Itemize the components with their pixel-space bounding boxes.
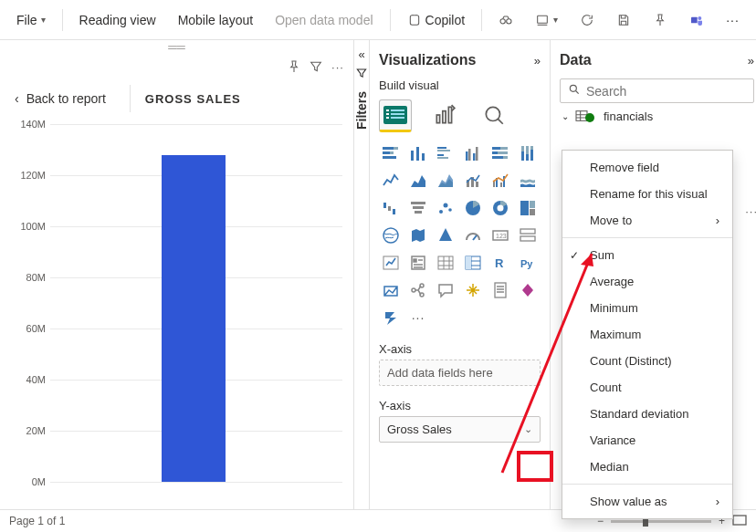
copilot-button[interactable]: Copilot [398, 7, 475, 33]
ctx-count[interactable]: Count [562, 374, 732, 401]
ctx-sum[interactable]: ✓Sum [562, 242, 732, 268]
svg-rect-84 [495, 283, 506, 297]
card-drag-handle[interactable]: ══ [0, 40, 353, 53]
line-clustered-column-icon[interactable] [488, 169, 512, 193]
pane-overflow[interactable]: ··· [745, 204, 756, 218]
power-automate-icon[interactable] [379, 306, 403, 329]
line-chart-icon[interactable] [379, 169, 403, 193]
area-chart-icon[interactable] [406, 169, 430, 193]
decomposition-tree-icon[interactable] [406, 278, 430, 302]
chart-bar[interactable] [162, 155, 226, 482]
key-influencers-icon[interactable] [379, 278, 403, 302]
azure-map-icon[interactable] [434, 224, 457, 247]
analytics-tab[interactable] [478, 99, 510, 132]
hundred-stacked-column-icon[interactable] [516, 141, 540, 165]
ctx-average[interactable]: Average [562, 268, 732, 295]
ctx-median[interactable]: Median [562, 454, 732, 480]
waterfall-icon[interactable] [379, 196, 403, 220]
ctx-count-distinct[interactable]: Count (Distinct) [562, 348, 732, 374]
slicer-icon[interactable] [406, 251, 430, 275]
filter-icon[interactable] [308, 58, 324, 75]
ctx-variance[interactable]: Variance [562, 427, 732, 454]
binoculars-icon [499, 13, 513, 27]
pie-icon[interactable] [461, 196, 485, 220]
kpi-icon[interactable] [379, 251, 403, 275]
ctx-remove-field[interactable]: Remove field [562, 154, 732, 181]
qa-visual-icon[interactable] [434, 278, 457, 302]
get-more-visuals[interactable]: ··· [406, 306, 430, 329]
back-to-report-link[interactable]: ‹ Back to report [0, 80, 121, 117]
collapse-icon[interactable]: » [534, 54, 541, 68]
power-apps-icon[interactable] [516, 278, 540, 302]
matrix-icon[interactable] [461, 251, 485, 275]
x-axis-well[interactable]: Add data fields here [379, 360, 541, 386]
copilot-label: Copilot [425, 13, 466, 27]
card-more-icon[interactable]: ··· [330, 58, 346, 75]
funnel-icon[interactable] [406, 196, 430, 220]
y-axis-well[interactable]: Gross Sales ⌄ [379, 416, 541, 443]
data-search[interactable] [560, 78, 754, 103]
gauge-icon[interactable] [461, 224, 485, 247]
svg-rect-36 [498, 151, 508, 154]
clustered-bar-icon[interactable] [434, 141, 457, 165]
scatter-icon[interactable] [434, 196, 457, 220]
stacked-column-icon[interactable] [406, 141, 430, 165]
treemap-icon[interactable] [516, 196, 540, 220]
visualizations-title: Visualizations [379, 52, 476, 68]
zoom-slider[interactable] [611, 520, 711, 523]
py-visual-icon[interactable]: Py [516, 251, 540, 275]
donut-icon[interactable] [488, 196, 512, 220]
ctx-move-to[interactable]: Move to› [562, 207, 732, 234]
table-financials[interactable]: ⌄ financials [560, 103, 754, 129]
ctx-show-value-as[interactable]: Show value as› [562, 488, 732, 515]
filters-pane-collapsed[interactable]: « Filters [354, 40, 370, 509]
pin-icon [653, 13, 667, 27]
ctx-minimum[interactable]: Minimum [562, 295, 732, 321]
svg-rect-10 [391, 110, 404, 111]
toolbar-overflow[interactable]: ··· [717, 7, 749, 33]
chevron-down-icon[interactable]: ⌄ [524, 423, 532, 435]
check-icon: ✓ [570, 249, 579, 262]
ctx-stdev[interactable]: Standard deviation [562, 401, 732, 427]
teams-button[interactable] [680, 7, 713, 33]
svg-rect-23 [416, 147, 419, 161]
multi-row-card-icon[interactable] [516, 224, 540, 247]
mobile-layout-button[interactable]: Mobile layout [169, 7, 263, 33]
reading-view-button[interactable]: Reading view [70, 7, 165, 33]
menu-separator [562, 237, 732, 238]
svg-point-85 [570, 85, 576, 91]
fit-to-page-button[interactable] [732, 515, 747, 528]
file-menu[interactable]: File ▾ [7, 7, 55, 33]
back-label: Back to report [26, 91, 106, 106]
stacked-area-icon[interactable] [434, 169, 457, 193]
ctx-maximum[interactable]: Maximum [562, 321, 732, 348]
filled-map-icon[interactable] [406, 224, 430, 247]
collapse-icon[interactable]: » [748, 54, 754, 68]
paginated-report-icon[interactable] [488, 278, 512, 302]
pin-visual-icon[interactable] [286, 58, 302, 75]
table-icon[interactable] [434, 251, 457, 275]
clustered-column-icon[interactable] [461, 141, 485, 165]
save-button[interactable] [607, 7, 640, 33]
map-icon[interactable] [379, 224, 403, 247]
r-visual-icon[interactable]: R [488, 251, 512, 275]
format-visual-tab[interactable] [428, 99, 461, 132]
ctx-rename-visual[interactable]: Rename for this visual [562, 181, 732, 207]
stacked-bar-icon[interactable] [379, 141, 403, 165]
svg-text:Py: Py [520, 258, 533, 269]
search-input[interactable] [586, 84, 746, 99]
explore-button[interactable] [489, 7, 522, 33]
toolbar-separator [390, 9, 391, 31]
smart-narrative-icon[interactable] [461, 278, 485, 302]
svg-point-59 [444, 203, 448, 208]
card-title-row: ‹ Back to report GROSS SALES [0, 80, 353, 117]
line-stacked-column-icon[interactable] [461, 169, 485, 193]
hundred-stacked-bar-icon[interactable] [488, 141, 512, 165]
card-icon[interactable]: 123 [488, 224, 512, 247]
svg-rect-29 [466, 151, 468, 161]
pin-button[interactable] [644, 7, 677, 33]
refresh-button[interactable] [571, 7, 604, 33]
visual-dropdown[interactable]: ▾ [526, 7, 567, 33]
build-visual-tab[interactable] [379, 99, 412, 132]
ribbon-chart-icon[interactable] [516, 169, 540, 193]
